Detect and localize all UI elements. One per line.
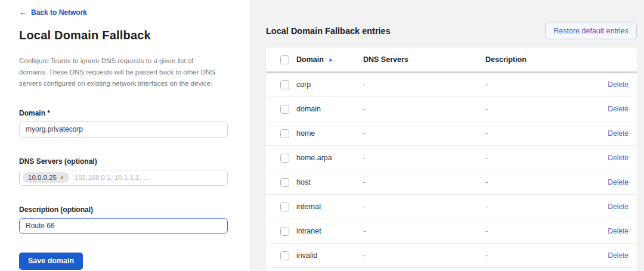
row-dns-servers-cell: -: [363, 154, 485, 162]
row-delete-link[interactable]: Delete: [587, 80, 628, 89]
table-row: corp - - Delete: [266, 73, 637, 97]
row-delete-link[interactable]: Delete: [587, 227, 628, 235]
fallback-form-panel: ← Back to Network Local Domain Fallback …: [0, 0, 250, 271]
page-description: Configure Teams to ignore DNS requests t…: [19, 55, 218, 89]
row-dns-servers-cell: -: [363, 105, 485, 113]
dns-server-chip-value: 10.0.0.25: [28, 174, 57, 181]
dns-servers-field-label: DNS Servers (optional): [19, 157, 228, 166]
description-field-label: Description (optional): [19, 205, 228, 214]
domain-field-label: Domain *: [19, 109, 228, 117]
table-row: domain - - Delete: [266, 97, 637, 122]
table-header-row: Domain ▲ DNS Servers Description: [266, 48, 637, 73]
table-row: home.arpa - - Delete: [266, 146, 637, 170]
remove-chip-icon[interactable]: ×: [60, 175, 64, 181]
entries-table: Domain ▲ DNS Servers Description corp - …: [266, 48, 637, 271]
row-domain-cell: home.arpa: [296, 154, 363, 162]
row-checkbox[interactable]: [280, 129, 289, 138]
restore-default-entries-button[interactable]: Restore default entries: [545, 23, 637, 39]
row-checkbox[interactable]: [280, 227, 289, 236]
column-header-domain[interactable]: Domain ▲: [296, 55, 363, 64]
row-checkbox[interactable]: [280, 178, 289, 187]
row-description-cell: -: [485, 105, 587, 113]
row-checkbox[interactable]: [280, 251, 289, 260]
entries-title: Local Domain Fallback entries: [266, 26, 391, 36]
table-row: invalid - - Delete: [266, 244, 637, 268]
row-delete-link[interactable]: Delete: [587, 178, 628, 186]
row-dns-servers-cell: -: [363, 203, 485, 211]
column-header-domain-label: Domain: [296, 55, 324, 64]
back-link-label: Back to Network: [31, 8, 87, 17]
sort-ascending-icon: ▲: [328, 57, 333, 63]
row-checkbox[interactable]: [280, 203, 289, 211]
entries-panel-header: Local Domain Fallback entries Restore de…: [266, 23, 637, 39]
row-description-cell: -: [485, 251, 587, 260]
row-domain-cell: internal: [296, 203, 363, 211]
back-to-network-link[interactable]: ← Back to Network: [19, 8, 87, 17]
select-all-checkbox[interactable]: [280, 55, 289, 64]
row-dns-servers-cell: -: [363, 227, 485, 235]
row-delete-link[interactable]: Delete: [587, 105, 628, 113]
back-arrow-icon: ←: [19, 8, 27, 17]
row-description-cell: -: [485, 129, 587, 138]
row-checkbox[interactable]: [280, 80, 289, 89]
page-title: Local Domain Fallback: [19, 29, 228, 42]
dns-server-chip: 10.0.0.25 ×: [23, 172, 69, 183]
dns-servers-placeholder: 192.168.0.1, 10.1.1.1, ...: [75, 174, 149, 181]
table-body: corp - - Delete domain - - Delete home -…: [266, 73, 637, 268]
row-checkbox[interactable]: [280, 105, 289, 114]
dns-servers-input[interactable]: 10.0.0.25 × 192.168.0.1, 10.1.1.1, ...: [19, 170, 228, 186]
row-dns-servers-cell: -: [363, 251, 485, 260]
row-dns-servers-cell: -: [363, 129, 485, 138]
save-domain-button[interactable]: Save domain: [19, 253, 83, 270]
row-delete-link[interactable]: Delete: [587, 203, 628, 211]
row-description-cell: -: [485, 154, 587, 162]
row-checkbox[interactable]: [280, 154, 289, 163]
row-dns-servers-cell: -: [363, 80, 485, 89]
column-header-description[interactable]: Description: [485, 55, 587, 64]
table-row: host - - Delete: [266, 170, 637, 195]
row-dns-servers-cell: -: [363, 178, 485, 186]
row-description-cell: -: [485, 80, 587, 89]
row-delete-link[interactable]: Delete: [587, 129, 628, 138]
row-domain-cell: intranet: [296, 227, 363, 235]
entries-panel: Local Domain Fallback entries Restore de…: [250, 0, 644, 271]
row-domain-cell: host: [296, 178, 363, 186]
column-header-dns-servers[interactable]: DNS Servers: [363, 55, 485, 64]
row-description-cell: -: [485, 203, 587, 211]
table-row: intranet - - Delete: [266, 219, 637, 244]
row-domain-cell: domain: [296, 105, 363, 113]
row-description-cell: -: [485, 227, 587, 235]
row-delete-link[interactable]: Delete: [587, 154, 628, 162]
table-row: home - - Delete: [266, 122, 637, 146]
domain-input[interactable]: [19, 122, 228, 138]
row-description-cell: -: [485, 178, 587, 186]
row-domain-cell: corp: [296, 80, 363, 89]
row-domain-cell: home: [296, 129, 363, 138]
table-row: internal - - Delete: [266, 195, 637, 219]
row-delete-link[interactable]: Delete: [587, 251, 628, 260]
row-domain-cell: invalid: [296, 251, 363, 260]
description-input[interactable]: [19, 218, 228, 234]
